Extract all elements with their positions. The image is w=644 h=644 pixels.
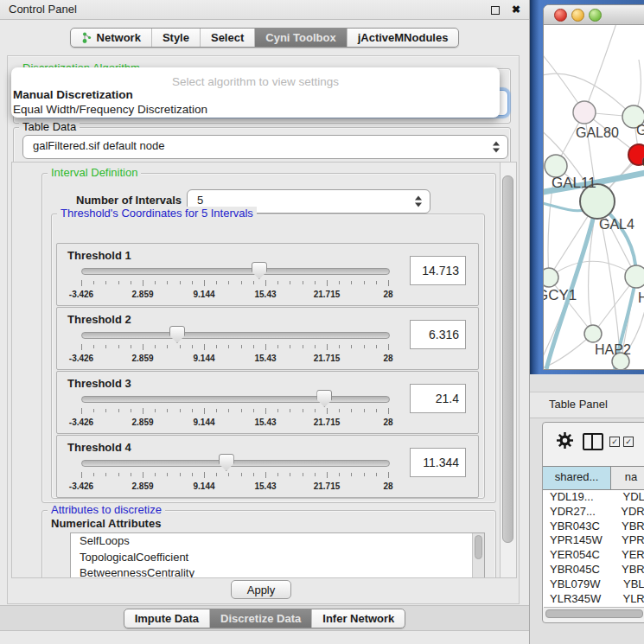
table-row[interactable]: YBL079WYBL0 — [543, 577, 644, 592]
node-hap2[interactable] — [584, 325, 602, 342]
bottom-tab-impute-data[interactable]: Impute Data — [124, 609, 209, 628]
right-area: GAL80GACGAL11GAL4GCY1HHAP2 Table Panel — [530, 0, 644, 644]
slider-tick-labels: -3.4262.8599.14415.4321.71528 — [81, 418, 388, 428]
threshold-slider[interactable]: -3.4262.8599.14415.4321.71528 — [81, 389, 388, 430]
group-title: Table Data — [19, 120, 80, 133]
interval-definition-group: Interval Definition Number of Intervals … — [41, 173, 496, 503]
slider-ticks — [81, 344, 388, 352]
network-window-titlebar[interactable] — [544, 5, 644, 25]
bottom-tab-discretize-data[interactable]: Discretize Data — [209, 609, 311, 628]
column-header-shared-[interactable]: shared... — [543, 467, 611, 489]
cell-shared-name: YBR045C — [543, 563, 615, 577]
table-row[interactable]: YLR345WYLR3 — [543, 592, 644, 607]
close-traffic-light[interactable] — [554, 9, 567, 22]
table-panel-header[interactable]: Table Panel — [530, 392, 644, 418]
table-data-group: Table Data galFiltered.sif default node — [13, 127, 511, 165]
split-columns-icon[interactable] — [583, 433, 603, 450]
thresholds-group: Threshold's Coordinates for 5 Intervals … — [51, 214, 485, 499]
column-header-na[interactable]: na — [611, 467, 644, 489]
slider-thumb[interactable] — [316, 390, 332, 407]
tab-label: Network — [97, 31, 141, 44]
tab-label: Cyni Toolbox — [265, 31, 335, 44]
threshold-row-threshold-4: Threshold 4-3.4262.8599.14415.4321.71528… — [56, 435, 479, 498]
slider-thumb[interactable] — [169, 326, 185, 343]
attribute-item-betweennesscentrality[interactable]: BetweennessCentrality — [71, 565, 484, 578]
network-view-window: GAL80GACGAL11GAL4GCY1HHAP2 — [530, 0, 644, 374]
table-row[interactable]: YER054CYER0 — [543, 548, 644, 563]
list-scrollbar[interactable] — [472, 533, 484, 578]
node-gcy1[interactable] — [544, 268, 558, 287]
tab-jactivemnodules[interactable]: jActiveMNodules — [347, 29, 459, 47]
threshold-rows: Threshold 1-3.4262.8599.14415.4321.71528… — [56, 243, 479, 499]
cell-name: YDL1 — [616, 490, 644, 505]
close-icon[interactable]: ✖ — [512, 0, 520, 19]
cell-name: YPR1 — [615, 533, 644, 548]
table-row[interactable]: YDR27...YDR2 — [543, 505, 644, 520]
slider-thumb[interactable] — [219, 454, 234, 471]
node-label-ga: GA — [636, 123, 644, 137]
slider-thumb[interactable] — [252, 262, 267, 279]
threshold-slider[interactable]: -3.4262.8599.14415.4321.71528 — [81, 453, 388, 494]
attribute-item-selfloops[interactable]: SelfLoops — [71, 533, 484, 550]
node-label-gcy1: GCY1 — [544, 287, 577, 303]
table-row[interactable]: YBR043CYBR0 — [543, 520, 644, 534]
slider-track[interactable] — [81, 396, 390, 403]
table-data-combo[interactable]: galFiltered.sif default node — [22, 135, 508, 159]
slider-track[interactable] — [81, 268, 390, 275]
network-canvas[interactable]: GAL80GACGAL11GAL4GCY1HHAP2 — [544, 25, 644, 369]
node-pink[interactable] — [573, 101, 596, 124]
table-horizontal-scrollbar[interactable] — [544, 607, 644, 619]
tab-style[interactable]: Style — [151, 29, 200, 47]
threshold-value-field[interactable]: 6.316 — [410, 320, 466, 349]
threshold-row-threshold-1: Threshold 1-3.4262.8599.14415.4321.71528… — [56, 243, 479, 306]
algorithm-option-equal-width-frequency-discretization[interactable]: Equal Width/Frequency Discretization — [11, 103, 500, 118]
threshold-value-field[interactable]: 21.4 — [410, 384, 466, 413]
scrollbar-thumb[interactable] — [502, 175, 513, 543]
threshold-value-field[interactable]: 11.344 — [410, 448, 466, 477]
slider-ticks — [81, 408, 388, 416]
table-header-row: shared...na — [543, 466, 644, 490]
node-h[interactable] — [625, 265, 644, 288]
algorithm-option-manual-discretization[interactable]: Manual Discretization — [11, 88, 500, 103]
numerical-attributes-list[interactable]: SelfLoopsTopologicalCoefficientBetweenne… — [70, 532, 485, 578]
table-row[interactable]: YPR145WYPR1 — [543, 533, 644, 548]
group-title: Attributes to discretize — [48, 503, 165, 516]
minimize-traffic-light[interactable] — [571, 9, 584, 22]
float-window-icon[interactable] — [491, 6, 500, 15]
bottom-tab-infer-network[interactable]: Infer Network — [311, 609, 405, 628]
zoom-traffic-light[interactable] — [589, 9, 602, 22]
checkbox-icon[interactable]: ✓ — [623, 437, 634, 447]
tab-cyni-toolbox[interactable]: Cyni Toolbox — [254, 29, 346, 47]
scrollbar-thumb[interactable] — [545, 609, 643, 618]
attributes-group: Attributes to discretize Numerical Attri… — [41, 510, 496, 578]
slider-tick-labels: -3.4262.8599.14415.4321.71528 — [81, 481, 388, 492]
cell-shared-name: YBR043C — [543, 520, 615, 534]
threshold-value-field[interactable]: 14.713 — [410, 256, 466, 285]
cell-shared-name: YDR27... — [543, 505, 615, 520]
network-window-frame: GAL80GACGAL11GAL4GCY1HHAP2 — [543, 4, 644, 370]
tab-label: Select — [211, 31, 244, 44]
tab-select[interactable]: Select — [200, 29, 254, 47]
cell-shared-name: YER054C — [543, 548, 615, 563]
threshold-label: Threshold 2 — [67, 313, 131, 326]
threshold-slider[interactable]: -3.4262.8599.14415.4321.71528 — [81, 261, 388, 303]
screen: Control Panel ✖ NetworkStyleSelectCyni T… — [0, 0, 644, 644]
slider-track[interactable] — [81, 332, 390, 339]
panel-vertical-scrollbar[interactable] — [500, 162, 517, 578]
slider-track[interactable] — [81, 460, 390, 467]
bottom-tab-bar: Impute DataDiscretize DataInfer Network — [124, 609, 406, 628]
table-row[interactable]: YBR045CYBR0 — [543, 563, 644, 577]
table-row[interactable]: YDL19...YDL1 — [543, 490, 644, 505]
cell-name: YBL0 — [617, 577, 644, 592]
slider-ticks — [81, 472, 388, 480]
gear-icon[interactable] — [557, 432, 573, 449]
attribute-item-topologicalcoefficient[interactable]: TopologicalCoefficient — [71, 550, 484, 566]
tab-network[interactable]: Network — [71, 29, 151, 47]
apply-button[interactable]: Apply — [231, 580, 291, 599]
cyni-toolbox-panel: Discretization Algorithm Table Data galF… — [7, 55, 520, 604]
threshold-slider[interactable]: -3.4262.8599.14415.4321.71528 — [81, 325, 388, 367]
node-label-hap2: HAP2 — [595, 342, 631, 357]
slider-tick-labels: -3.4262.8599.14415.4321.71528 — [81, 354, 388, 364]
combo-arrows-icon — [493, 142, 500, 153]
checkbox-icon[interactable]: ✓ — [609, 437, 620, 447]
